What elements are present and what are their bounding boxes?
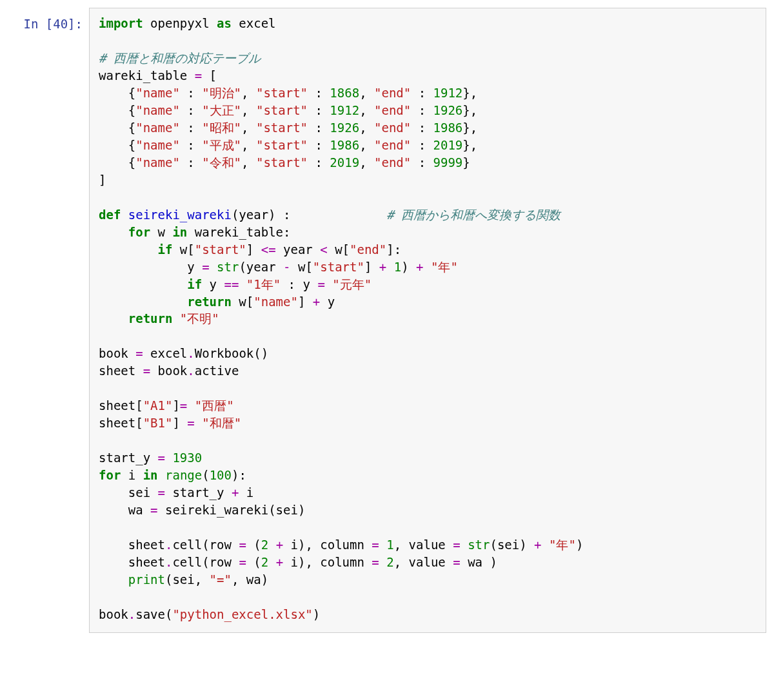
kw-def: def — [99, 208, 121, 222]
comment: # 西暦と和暦の対応テーブル — [99, 51, 261, 65]
comment: # 西暦から和暦へ変換する関数 — [290, 208, 561, 222]
kw-as: as — [217, 16, 232, 30]
code-block[interactable]: import openpyxl as excel # 西暦と和暦の対応テーブル … — [99, 15, 757, 623]
code-input-area[interactable]: import openpyxl as excel # 西暦と和暦の対応テーブル … — [89, 8, 766, 633]
kw-import: import — [99, 16, 143, 30]
func-name: seireki_wareki — [121, 208, 232, 222]
input-prompt: In [40]: — [0, 8, 89, 633]
notebook-cell: In [40]: import openpyxl as excel # 西暦と和… — [0, 0, 774, 646]
prompt-label: In [40]: — [23, 17, 83, 31]
